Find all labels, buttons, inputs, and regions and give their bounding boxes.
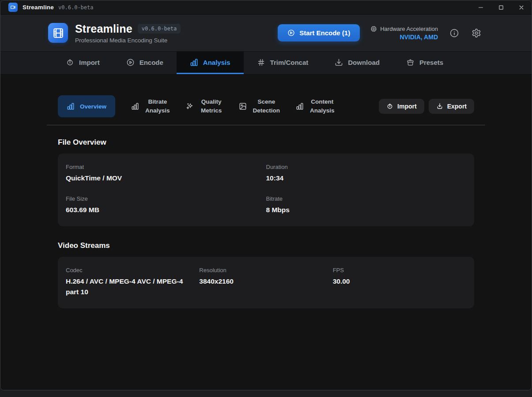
page-title: Streamline <box>75 22 132 35</box>
subtab-label: Content Analysis <box>310 97 335 116</box>
field-resolution: Resolution 3840x2160 <box>199 267 332 297</box>
export-analysis-button[interactable]: Export <box>429 99 474 114</box>
window-controls <box>471 0 532 14</box>
file-overview-title: File Overview <box>58 138 474 147</box>
close-icon <box>519 5 524 10</box>
field-value: 603.69 MB <box>66 205 266 215</box>
subtab-label: Scene Detection <box>253 97 280 116</box>
import-button-label: Import <box>397 103 417 110</box>
field-value: 10:34 <box>266 173 467 184</box>
subtab-bitrate-analysis[interactable]: Bitrate Analysis <box>131 97 170 116</box>
field-label: Duration <box>266 164 467 170</box>
tab-download[interactable]: Download <box>321 52 393 74</box>
tab-label: Analysis <box>203 59 230 66</box>
subtab-scene-detection[interactable]: Scene Detection <box>239 97 280 116</box>
subtab-label: Overview <box>80 103 106 110</box>
version-badge: v0.6.0-beta <box>138 24 181 34</box>
app-subtitle: Professional Media Encoding Suite <box>75 37 181 44</box>
hw-accel-label: Hardware Acceleration <box>380 26 438 32</box>
tab-label: Download <box>348 59 380 66</box>
export-icon <box>436 103 443 110</box>
subnav-divider <box>47 125 485 125</box>
maximize-button[interactable] <box>491 0 511 14</box>
subtab-quality-metrics[interactable]: Quality Metrics <box>186 97 223 116</box>
field-file-size: File Size 603.69 MB <box>66 195 266 215</box>
field-value: 8 Mbps <box>266 205 467 215</box>
tab-encode[interactable]: Encode <box>113 52 177 74</box>
close-button[interactable] <box>511 0 532 14</box>
upload-icon <box>66 58 74 67</box>
play-circle-icon <box>287 29 295 37</box>
minimize-icon <box>478 5 483 10</box>
gear-icon <box>472 28 481 38</box>
analysis-panel: Overview Bitrate Analysis Quality Metric… <box>0 75 532 390</box>
video-camera-icon <box>10 4 16 10</box>
field-fps: FPS 30.00 <box>333 267 466 297</box>
main-nav: Import Encode Analysis Trim/Concat Downl… <box>0 52 532 75</box>
field-bitrate: Bitrate 8 Mbps <box>266 195 467 215</box>
analysis-subnav: Overview Bitrate Analysis Quality Metric… <box>58 95 474 117</box>
header-actions: Start Encode (1) Hardware Acceleration N… <box>278 24 482 41</box>
briefcase-icon <box>406 58 415 67</box>
field-value: H.264 / AVC / MPEG-4 AVC / MPEG-4 part 1… <box>66 276 199 297</box>
field-label: FPS <box>333 267 466 273</box>
subtab-overview[interactable]: Overview <box>58 95 115 117</box>
field-value: QuickTime / MOV <box>66 173 266 184</box>
sparkles-icon <box>186 102 194 110</box>
subtab-content-analysis[interactable]: Content Analysis <box>296 97 335 116</box>
tab-analysis[interactable]: Analysis <box>177 52 244 74</box>
hardware-acceleration-status: Hardware Acceleration NVIDIA, AMD <box>370 26 438 41</box>
import-analysis-button[interactable]: Import <box>379 99 424 114</box>
bar-chart-icon <box>131 102 139 110</box>
bar-chart-icon <box>67 102 75 110</box>
tab-label: Import <box>79 59 100 66</box>
download-icon <box>335 58 343 67</box>
app-window: Streamline v0.6.0-beta Streamline v0.6.0… <box>0 0 532 390</box>
tab-trim-concat[interactable]: Trim/Concat <box>244 52 322 74</box>
upload-icon <box>386 103 393 110</box>
bar-chart-icon <box>296 102 304 110</box>
tab-label: Encode <box>140 59 163 66</box>
field-label: Bitrate <box>266 195 467 202</box>
info-button[interactable] <box>449 27 460 39</box>
hw-accel-value: NVIDIA, AMD <box>400 34 438 41</box>
titlebar-app-name: Streamline <box>23 4 54 11</box>
film-icon <box>53 27 64 39</box>
tab-label: Presets <box>419 59 443 66</box>
export-button-label: Export <box>447 103 467 110</box>
titlebar: Streamline v0.6.0-beta <box>0 0 532 15</box>
subtab-label: Bitrate Analysis <box>145 97 170 116</box>
app-header: Streamline v0.6.0-beta Professional Medi… <box>0 15 532 52</box>
maximize-icon <box>498 5 504 10</box>
titlebar-version: v0.6.0-beta <box>58 4 93 11</box>
cpu-icon <box>370 26 377 32</box>
field-label: Format <box>66 164 266 170</box>
app-icon <box>8 3 18 12</box>
tab-import[interactable]: Import <box>53 52 113 74</box>
image-icon <box>239 102 247 110</box>
video-streams-title: Video Streams <box>58 241 474 250</box>
play-circle-icon <box>126 58 135 67</box>
minimize-button[interactable] <box>471 0 491 14</box>
start-encode-button[interactable]: Start Encode (1) <box>278 24 360 41</box>
field-value: 3840x2160 <box>199 276 332 287</box>
field-label: Resolution <box>199 267 332 273</box>
field-duration: Duration 10:34 <box>266 164 467 184</box>
tab-label: Trim/Concat <box>270 59 309 66</box>
title-block: Streamline v0.6.0-beta Professional Medi… <box>75 22 181 44</box>
field-codec: Codec H.264 / AVC / MPEG-4 AVC / MPEG-4 … <box>66 267 199 297</box>
field-format: Format QuickTime / MOV <box>66 164 266 184</box>
field-label: File Size <box>66 195 266 202</box>
field-value: 30.00 <box>333 276 466 287</box>
info-icon <box>449 28 459 38</box>
field-label: Codec <box>66 267 199 273</box>
subtab-label: Quality Metrics <box>200 97 223 116</box>
hash-icon <box>257 58 265 67</box>
app-logo <box>48 23 68 43</box>
settings-button[interactable] <box>471 27 482 39</box>
bar-chart-icon <box>190 58 198 67</box>
file-overview-card: Format QuickTime / MOV Duration 10:34 Fi… <box>58 154 474 226</box>
video-streams-card: Codec H.264 / AVC / MPEG-4 AVC / MPEG-4 … <box>58 257 474 308</box>
start-encode-label: Start Encode (1) <box>299 29 350 37</box>
tab-presets[interactable]: Presets <box>393 52 457 74</box>
